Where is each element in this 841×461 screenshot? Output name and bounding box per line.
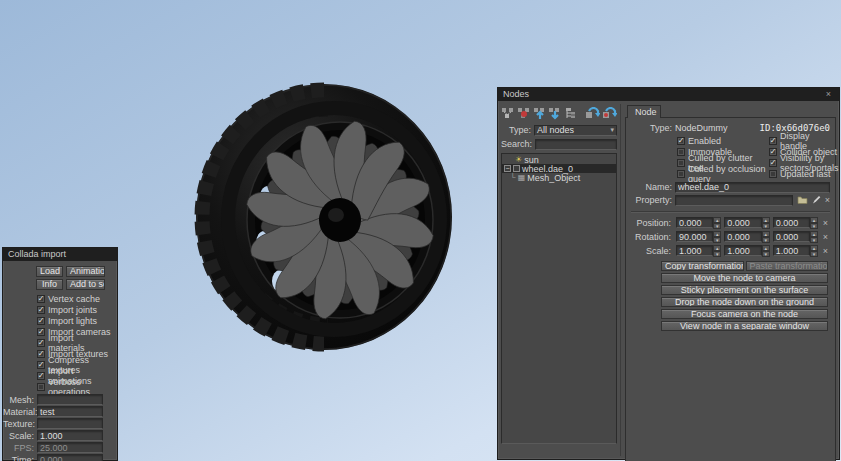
culled-occlusion-checkbox-row[interactable]: Culled by occlusion query (677, 169, 769, 179)
checkbox-icon[interactable]: ✓ (37, 350, 45, 358)
mesh-label: Mesh: (3, 395, 37, 405)
checkbox-icon[interactable] (677, 170, 685, 178)
texture-field[interactable] (37, 418, 103, 429)
copy-transformation-button[interactable]: Copy transformation (661, 261, 744, 271)
verbose-operations-checkbox-row[interactable]: Verbose operations (37, 382, 111, 392)
rotation-x-field[interactable] (676, 231, 713, 242)
time-field (37, 454, 103, 461)
mesh-icon: ▦ (518, 174, 526, 182)
checkbox-icon[interactable]: ✓ (37, 372, 45, 380)
checkbox-icon[interactable] (677, 159, 685, 167)
material-field[interactable] (37, 406, 103, 417)
rotation-z-field[interactable] (773, 231, 810, 242)
spinner[interactable]: ▴▾ (762, 217, 770, 229)
node-checkbox-icon[interactable] (513, 165, 520, 172)
node-type-label: Type: (631, 123, 675, 133)
vertex-cache-checkbox-row[interactable]: ✓ Vertex cache (37, 294, 111, 304)
type-filter-label: Type: (501, 125, 534, 135)
info-button[interactable]: Info (36, 279, 63, 290)
scale-field[interactable] (37, 430, 103, 441)
clear-property-icon[interactable]: × (825, 195, 830, 205)
checkbox-label: Vertex cache (48, 294, 100, 304)
scale-x-field[interactable] (676, 245, 713, 256)
scale-label: Scale: (3, 431, 37, 441)
import-joints-checkbox-row[interactable]: ✓ Import joints (37, 305, 111, 315)
move-node-up-icon[interactable] (532, 106, 546, 121)
move-node-to-camera-button[interactable]: Move the node to camera (661, 273, 828, 283)
enabled-checkbox-row[interactable]: ✓ Enabled (677, 136, 769, 146)
checkbox-icon[interactable]: ✓ (37, 317, 45, 325)
spinner[interactable]: ▴▾ (713, 217, 721, 229)
spinner[interactable]: ▴▾ (762, 231, 770, 243)
checkbox-icon[interactable]: ✓ (37, 339, 45, 347)
move-node-down-icon[interactable] (548, 106, 562, 121)
load-button[interactable]: Load (36, 266, 63, 277)
collada-import-panel: Collada import Load Animation Info Add t… (2, 247, 118, 461)
nodes-titlebar[interactable]: Nodes × (498, 88, 839, 101)
node-name-field[interactable] (675, 182, 830, 193)
edit-pencil-icon[interactable] (812, 195, 821, 206)
assign-node-icon[interactable] (585, 106, 600, 121)
checkbox-icon[interactable]: ✓ (769, 148, 777, 156)
divider (631, 211, 830, 213)
node-properties-box: Type: NodeDummy ID:0x66d076e0 ✓ Enabled … (625, 117, 836, 461)
node-tree[interactable]: ☀ sun − wheel.dae_0 └ ▦ Mesh_Object (501, 153, 617, 444)
replace-node-icon[interactable] (602, 106, 617, 121)
type-filter-dropdown[interactable]: All nodes ▾ (534, 125, 617, 136)
mesh-field[interactable] (37, 394, 103, 405)
display-handle-checkbox-row[interactable]: ✓ Display handle (769, 136, 839, 146)
tab-node[interactable]: Node (627, 105, 661, 118)
folder-icon[interactable] (797, 195, 808, 206)
position-y-field[interactable] (724, 217, 761, 228)
property-field[interactable] (675, 195, 793, 206)
animation-button[interactable]: Animation (66, 266, 105, 277)
remove-node-icon[interactable] (517, 106, 531, 121)
visibility-sectors-checkbox-row[interactable]: ✓ Visibility by sectors/portals (769, 158, 839, 168)
checkbox-icon[interactable]: ✓ (37, 361, 45, 369)
collapse-icon[interactable]: − (504, 165, 511, 172)
checkbox-icon[interactable] (677, 148, 685, 156)
focus-camera-button[interactable]: Focus camera on the node (661, 309, 828, 319)
import-materials-checkbox-row[interactable]: ✓ Import materials (37, 338, 111, 348)
checkbox-icon[interactable]: ✓ (37, 295, 45, 303)
collada-titlebar[interactable]: Collada import (3, 248, 117, 261)
checkbox-icon[interactable]: ✓ (769, 137, 777, 145)
position-x-field[interactable] (676, 217, 713, 228)
drop-node-button[interactable]: Drop the node down on the ground (661, 297, 828, 307)
checkbox-icon[interactable]: ✓ (37, 328, 45, 336)
checkbox-icon[interactable]: ✓ (769, 159, 777, 167)
tree-item-mesh-object[interactable]: └ ▦ Mesh_Object (502, 173, 616, 182)
checkbox-label: Import lights (48, 316, 97, 326)
search-input[interactable] (535, 139, 617, 150)
add-to-scene-button[interactable]: Add to scene (66, 279, 105, 290)
reset-position-icon[interactable]: × (821, 218, 830, 228)
fps-label: FPS: (3, 443, 37, 453)
updated-last-checkbox-row[interactable]: Updated last (769, 169, 839, 179)
reset-rotation-icon[interactable]: × (821, 232, 830, 242)
node-hierarchy-icon[interactable] (564, 106, 578, 121)
checkbox-icon[interactable]: ✓ (37, 306, 45, 314)
wheel-model[interactable] (190, 78, 462, 358)
reset-scale-icon[interactable]: × (821, 246, 830, 256)
close-icon[interactable]: × (823, 88, 834, 101)
rotation-y-field[interactable] (724, 231, 761, 242)
name-label: Name: (631, 182, 675, 192)
spinner[interactable]: ▴▾ (810, 217, 818, 229)
checkbox-icon[interactable] (769, 170, 777, 178)
spinner[interactable]: ▴▾ (713, 231, 721, 243)
texture-label: Texture: (3, 419, 37, 429)
spinner[interactable]: ▴▾ (713, 245, 721, 257)
view-node-separate-window-button[interactable]: View node in a separate window (661, 321, 828, 331)
spinner[interactable]: ▴▾ (810, 245, 818, 257)
import-lights-checkbox-row[interactable]: ✓ Import lights (37, 316, 111, 326)
position-z-field[interactable] (773, 217, 810, 228)
checkbox-icon[interactable] (37, 383, 45, 391)
spinner[interactable]: ▴▾ (762, 245, 770, 257)
checkbox-icon[interactable]: ✓ (677, 137, 685, 145)
add-node-icon[interactable] (501, 106, 515, 121)
scale-y-field[interactable] (724, 245, 761, 256)
spinner[interactable]: ▴▾ (810, 231, 818, 243)
scale-z-field[interactable] (773, 245, 810, 256)
sticky-placement-button[interactable]: Sticky placement on the surface (661, 285, 828, 295)
sun-icon: ☀ (515, 156, 522, 164)
